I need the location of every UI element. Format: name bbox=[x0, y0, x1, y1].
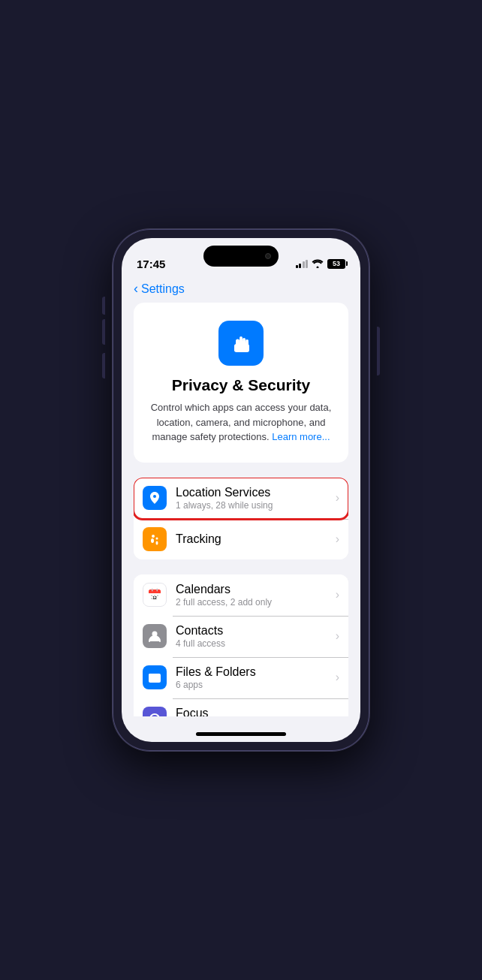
location-services-subtitle: 1 always, 28 while using bbox=[176, 500, 330, 511]
calendars-row[interactable]: 12 Calendars 2 full access, 2 add only › bbox=[134, 574, 348, 616]
svg-rect-24 bbox=[152, 589, 153, 592]
scroll-content[interactable]: Privacy & Security Control which apps ca… bbox=[122, 303, 360, 716]
focus-text: Focus 1 app bbox=[176, 707, 330, 717]
tracking-icon-wrap bbox=[143, 527, 167, 551]
location-services-chevron-icon: › bbox=[336, 491, 339, 505]
location-services-title: Location Services bbox=[176, 486, 330, 499]
status-time: 17:45 bbox=[137, 258, 165, 270]
hero-title: Privacy & Security bbox=[149, 376, 333, 394]
calendars-text: Calendars 2 full access, 2 add only bbox=[176, 583, 330, 608]
svg-point-13 bbox=[156, 541, 158, 544]
contacts-icon-wrap bbox=[143, 624, 167, 648]
home-indicator bbox=[122, 716, 360, 742]
back-button[interactable]: ‹ Settings bbox=[134, 282, 348, 297]
back-label: Settings bbox=[141, 282, 185, 296]
svg-rect-5 bbox=[234, 344, 249, 352]
files-folders-row[interactable]: Files & Folders 6 apps › bbox=[134, 657, 348, 698]
svg-point-8 bbox=[243, 338, 246, 341]
location-services-row[interactable]: Location Services 1 always, 28 while usi… bbox=[134, 478, 348, 519]
location-group: Location Services 1 always, 28 while usi… bbox=[134, 478, 348, 559]
contacts-row[interactable]: Contacts 4 full access › bbox=[134, 616, 348, 657]
svg-rect-18 bbox=[149, 592, 161, 593]
focus-row[interactable]: Focus 1 app › bbox=[134, 698, 348, 717]
learn-more-link[interactable]: Learn more... bbox=[272, 431, 330, 442]
nav-bar: ‹ Settings bbox=[122, 279, 360, 303]
volume-down-button bbox=[102, 353, 105, 378]
svg-point-9 bbox=[246, 339, 249, 342]
calendars-subtitle: 2 full access, 2 add only bbox=[176, 597, 330, 608]
privacy-icon bbox=[218, 321, 264, 366]
svg-point-10 bbox=[152, 535, 155, 538]
calendars-chevron-icon: › bbox=[336, 588, 339, 602]
silent-switch bbox=[102, 297, 105, 315]
tracking-text: Tracking bbox=[176, 532, 330, 546]
status-icons: 53 bbox=[296, 259, 346, 269]
files-icon-wrap bbox=[143, 665, 167, 689]
location-services-text: Location Services 1 always, 28 while usi… bbox=[176, 486, 330, 511]
svg-text:12: 12 bbox=[152, 596, 157, 600]
files-folders-title: Files & Folders bbox=[176, 665, 330, 679]
home-bar bbox=[196, 732, 286, 736]
phone-frame: 17:45 53 bbox=[113, 229, 369, 751]
svg-point-6 bbox=[236, 339, 239, 343]
power-button bbox=[377, 327, 380, 375]
volume-up-button bbox=[102, 319, 105, 345]
tracking-chevron-icon: › bbox=[336, 532, 339, 546]
focus-chevron-icon: › bbox=[336, 712, 339, 716]
svg-point-12 bbox=[151, 538, 154, 543]
focus-title: Focus bbox=[176, 707, 330, 717]
signal-icon bbox=[296, 260, 309, 268]
front-camera bbox=[265, 253, 271, 259]
dynamic-island bbox=[203, 246, 279, 267]
hero-description: Control which apps can access your data,… bbox=[149, 400, 333, 445]
phone-screen: 17:45 53 bbox=[122, 238, 360, 742]
hero-card: Privacy & Security Control which apps ca… bbox=[134, 303, 348, 463]
battery-icon: 53 bbox=[327, 259, 345, 269]
svg-point-7 bbox=[239, 336, 243, 339]
files-folders-text: Files & Folders 6 apps bbox=[176, 665, 330, 690]
svg-rect-25 bbox=[157, 589, 158, 592]
contacts-subtitle: 4 full access bbox=[176, 638, 330, 649]
files-folders-subtitle: 6 apps bbox=[176, 680, 330, 690]
location-services-icon-wrap bbox=[143, 486, 167, 510]
back-chevron-icon: ‹ bbox=[134, 281, 138, 297]
svg-point-21 bbox=[157, 595, 158, 596]
focus-icon-wrap bbox=[143, 707, 167, 716]
wifi-icon bbox=[312, 259, 324, 268]
calendars-icon-wrap: 12 bbox=[143, 583, 167, 607]
contacts-text: Contacts 4 full access bbox=[176, 624, 330, 649]
files-chevron-icon: › bbox=[336, 671, 339, 684]
tracking-row[interactable]: Tracking › bbox=[134, 519, 348, 559]
contacts-chevron-icon: › bbox=[336, 629, 339, 643]
svg-point-11 bbox=[156, 537, 158, 539]
calendars-title: Calendars bbox=[176, 583, 330, 596]
tracking-title: Tracking bbox=[176, 532, 330, 546]
permissions-group: 12 Calendars 2 full access, 2 add only › bbox=[134, 574, 348, 717]
contacts-title: Contacts bbox=[176, 624, 330, 638]
